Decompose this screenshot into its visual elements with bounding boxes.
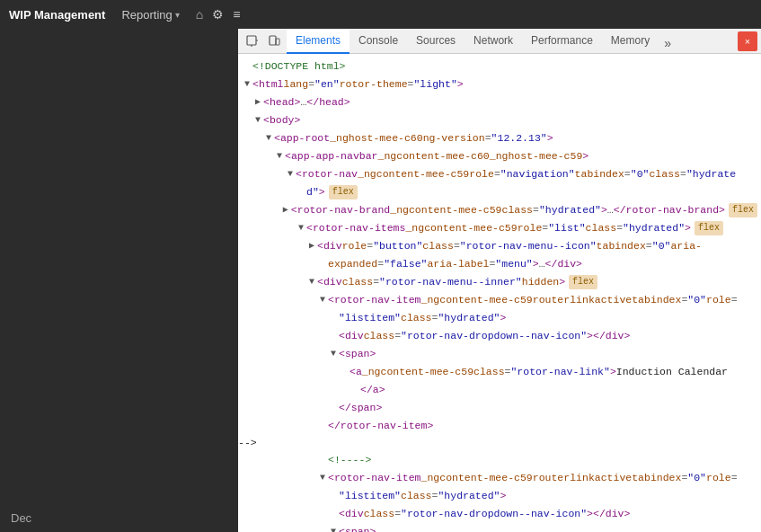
dom-line[interactable]: "listitem" class="hydrated" > xyxy=(238,487,761,505)
expand-arrow[interactable] xyxy=(328,525,339,532)
inspect-element-icon[interactable] xyxy=(242,31,263,52)
dom-line[interactable]: <rotor-nav _ngcontent-mee-c59 role="navi… xyxy=(238,165,761,183)
tab-more-button[interactable]: » xyxy=(659,32,677,54)
flex-badge: flex xyxy=(569,275,597,289)
expand-arrow[interactable] xyxy=(306,239,317,253)
expand-arrow[interactable] xyxy=(252,95,263,110)
dom-line[interactable]: <rotor-nav-item _ngcontent-mee-c59 route… xyxy=(238,291,761,309)
sidebar-month: Dec xyxy=(0,504,238,532)
expand-arrow[interactable] xyxy=(252,113,263,128)
dom-tree[interactable]: <!DOCTYPE html> <html lang="en" rotor-th… xyxy=(238,54,761,532)
flex-badge: flex xyxy=(729,203,757,217)
dom-line[interactable]: <div class="rotor-nav-dropdown--nav-icon… xyxy=(238,505,761,523)
dom-line[interactable]: <app-root _nghost-mee-c60 ng-version="12… xyxy=(238,129,761,147)
nav-reporting-arrow: ▾ xyxy=(175,10,180,20)
dom-line[interactable]: <!----> xyxy=(238,451,761,469)
home-icon[interactable]: ⌂ xyxy=(196,7,203,22)
dom-line[interactable]: "listitem" class="hydrated" > xyxy=(238,309,761,327)
expand-arrow[interactable] xyxy=(296,221,306,235)
expand-arrow[interactable] xyxy=(263,131,274,146)
dom-line[interactable]: <a _ngcontent-mee-c59 class="rotor-nav-l… xyxy=(238,363,761,381)
main-area: Dec Elements Console Sources xyxy=(0,29,761,532)
dom-line[interactable]: </rotor-nav-item> xyxy=(238,417,761,435)
dom-line[interactable]: <span> xyxy=(238,523,761,532)
expand-arrow[interactable] xyxy=(306,275,317,289)
devtools-tabs: Elements Console Sources Network Perform… xyxy=(287,29,738,54)
dom-line[interactable]: </a> xyxy=(238,381,761,399)
dom-line[interactable]: <rotor-nav-items _ngcontent-mee-c59 role… xyxy=(238,219,761,237)
tab-memory[interactable]: Memory xyxy=(602,29,659,54)
svg-rect-4 xyxy=(276,39,279,45)
app-navbar: WIP Management Reporting ▾ ⌂ ⚙ ≡ xyxy=(0,0,761,29)
expand-arrow[interactable] xyxy=(317,471,328,485)
dom-line[interactable]: expanded="false" aria-label="menu" >…</d… xyxy=(238,255,761,273)
dom-line[interactable]: <div class="rotor-nav-dropdown--nav-icon… xyxy=(238,327,761,345)
gear-icon[interactable]: ⚙ xyxy=(212,7,224,22)
dom-line[interactable]: <span> xyxy=(238,345,761,363)
app-sidebar: Dec xyxy=(0,29,238,532)
dom-line[interactable]: <div class="rotor-nav-menu--inner" hidde… xyxy=(238,273,761,291)
svg-rect-0 xyxy=(247,36,256,45)
expand-arrow[interactable] xyxy=(285,167,296,182)
tab-console[interactable]: Console xyxy=(350,29,407,54)
devtools-toolbar: Elements Console Sources Network Perform… xyxy=(238,29,761,54)
nav-icons: ⌂ ⚙ ≡ xyxy=(196,7,241,22)
dom-line[interactable]: </span> xyxy=(238,399,761,417)
doctype-text: <!DOCTYPE html> xyxy=(252,58,346,75)
devtools-panel: Elements Console Sources Network Perform… xyxy=(238,29,761,532)
dom-line[interactable]: <head>…</head> xyxy=(238,93,761,111)
app-title: WIP Management xyxy=(9,8,105,22)
flex-badge: flex xyxy=(695,221,723,235)
expand-arrow[interactable] xyxy=(280,203,291,217)
devtools-close-button[interactable]: × xyxy=(738,31,757,51)
svg-rect-3 xyxy=(270,36,276,45)
dom-line[interactable]: <rotor-nav-item _ngcontent-mee-c59 route… xyxy=(238,469,761,487)
dom-line[interactable]: d"> flex xyxy=(238,183,761,201)
expand-arrow[interactable] xyxy=(328,347,339,361)
dom-line[interactable]: <app-app-navbar _ngcontent-mee-c60 _ngho… xyxy=(238,147,761,165)
dom-line[interactable]: <body> xyxy=(238,111,761,129)
tab-sources[interactable]: Sources xyxy=(407,29,465,54)
dom-line[interactable]: <!DOCTYPE html> xyxy=(238,58,761,75)
expand-arrow[interactable] xyxy=(317,293,328,307)
tab-network[interactable]: Network xyxy=(465,29,522,54)
nav-reporting[interactable]: Reporting ▾ xyxy=(118,6,182,23)
tab-elements[interactable]: Elements xyxy=(287,29,350,54)
dom-line[interactable]: <html lang="en" rotor-theme="light" > xyxy=(238,75,761,93)
flex-badge: flex xyxy=(329,185,358,200)
menu-icon[interactable]: ≡ xyxy=(233,7,240,22)
dom-line[interactable]: <rotor-nav-brand _ngcontent-mee-c59 clas… xyxy=(238,201,761,219)
device-toggle-icon[interactable] xyxy=(263,31,285,52)
elements-panel-body: <!DOCTYPE html> <html lang="en" rotor-th… xyxy=(238,54,761,532)
dom-line[interactable]: <div role="button" class="rotor-nav-menu… xyxy=(238,237,761,255)
expand-arrow[interactable] xyxy=(242,77,252,92)
nav-reporting-label: Reporting xyxy=(121,8,172,22)
expand-arrow[interactable] xyxy=(274,149,285,164)
tab-performance[interactable]: Performance xyxy=(522,29,602,54)
